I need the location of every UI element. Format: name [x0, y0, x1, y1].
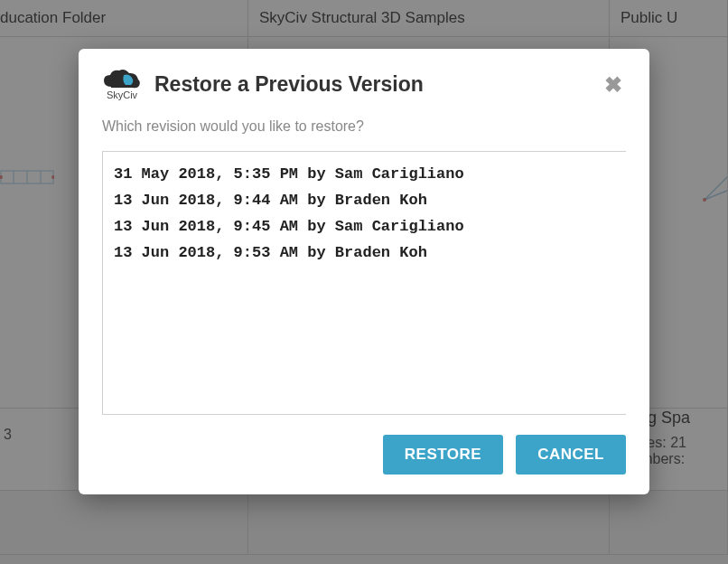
- revision-item[interactable]: 13 Jun 2018, 9:53 AM by Braden Koh: [114, 240, 615, 266]
- restore-version-modal: SkyCiv Restore a Previous Version ✖ Whic…: [79, 49, 649, 494]
- cancel-button[interactable]: Cancel: [516, 435, 626, 475]
- revision-item[interactable]: 13 Jun 2018, 9:45 AM by Sam Carigliano: [114, 213, 615, 240]
- skyciv-logo: SkyCiv: [102, 69, 142, 100]
- revision-item[interactable]: 31 May 2018, 5:35 PM by Sam Carigliano: [114, 161, 615, 187]
- modal-footer: Restore Cancel: [102, 435, 626, 475]
- revision-list[interactable]: 31 May 2018, 5:35 PM by Sam Carigliano13…: [102, 151, 626, 415]
- logo-text: SkyCiv: [107, 90, 137, 100]
- restore-button[interactable]: Restore: [383, 435, 503, 475]
- close-button[interactable]: ✖: [601, 74, 626, 96]
- modal-title: Restore a Previous Version: [154, 72, 424, 97]
- modal-subtitle: Which revision would you like to restore…: [102, 118, 626, 135]
- revision-item[interactable]: 13 Jun 2018, 9:44 AM by Braden Koh: [114, 187, 615, 213]
- modal-header: SkyCiv Restore a Previous Version ✖: [102, 69, 626, 100]
